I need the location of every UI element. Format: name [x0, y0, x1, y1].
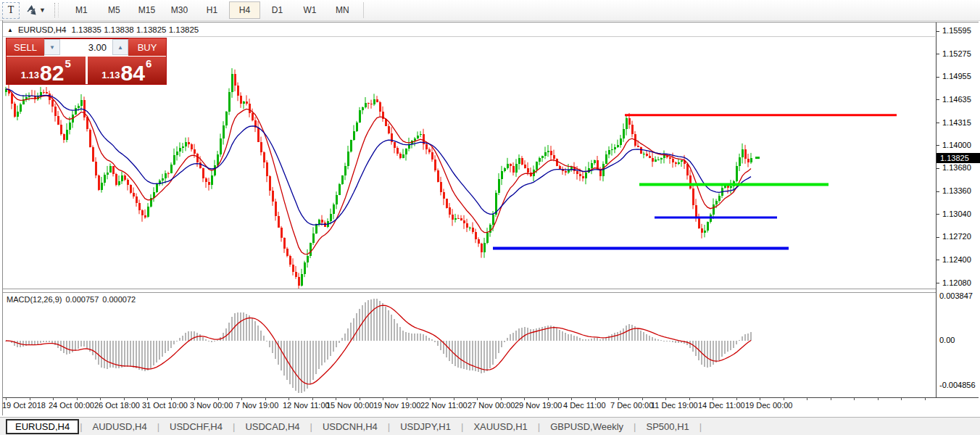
chart-title: ▲ EURUSD,H4 1.13835 1.13838 1.13825 1.13… — [7, 25, 199, 34]
buy-price-pip: 6 — [146, 57, 151, 70]
price-tick — [937, 168, 939, 169]
time-axis-label: 7 Nov 19:00 — [236, 401, 278, 410]
buy-button[interactable]: BUY — [128, 38, 166, 56]
chart-tab-gbpusd[interactable]: GBPUSD,Weekly — [541, 420, 633, 434]
time-tick — [194, 398, 195, 400]
time-tick — [53, 398, 54, 400]
macd-indicator-canvas[interactable] — [3, 293, 936, 397]
time-tick — [100, 398, 101, 400]
chart-tab-audusd[interactable]: AUDUSD,H4 — [83, 420, 157, 434]
time-axis[interactable]: 19 Oct 201824 Oct 00:0026 Oct 18:0031 Oc… — [0, 401, 980, 414]
pane-splitter-top[interactable] — [3, 289, 936, 289]
chart-tab-sp500[interactable]: SP500,H1 — [636, 420, 698, 434]
time-tick — [6, 398, 7, 400]
macd-name: MACD(12,26,9) — [7, 295, 62, 304]
timeframe-button-d1[interactable]: D1 — [262, 1, 293, 19]
time-axis-label: 14 Dec 11:00 — [698, 401, 745, 410]
sell-price-big: 82 — [40, 64, 64, 83]
volume-increase-button[interactable]: ▲ — [112, 39, 128, 55]
volume-stepper: ▼ 3.00 ▲ — [44, 38, 128, 56]
time-axis-label: 19 Nov 19:00 — [373, 401, 420, 410]
time-axis-label: 3 Nov 00:00 — [190, 401, 233, 410]
time-tick — [831, 398, 831, 400]
time-tick — [548, 398, 549, 400]
collapse-icon[interactable]: ▲ — [7, 27, 13, 33]
timeframe-button-m30[interactable]: M30 — [164, 1, 195, 19]
timeframe-button-h4[interactable]: H4 — [229, 1, 260, 19]
time-axis-label: 22 Nov 11:00 — [420, 401, 468, 410]
top-toolbar: T ▼ M1M5M15M30H1H4D1W1MN — [0, 0, 980, 21]
price-axis-border — [936, 22, 937, 397]
price-axis-label: 1.13360 — [942, 186, 971, 195]
sell-button[interactable]: SELL — [7, 38, 44, 56]
price-axis-label: 1.13040 — [942, 210, 971, 218]
timeframe-button-m5[interactable]: M5 — [99, 1, 130, 19]
price-axis-label: 1.15595 — [942, 26, 971, 35]
price-axis-label: 1.14315 — [942, 118, 971, 127]
time-tick — [360, 398, 360, 400]
timeframe-button-m15[interactable]: M15 — [131, 1, 162, 19]
time-tick — [571, 398, 572, 400]
chart-tab-xauusd[interactable]: XAUUSD,H1 — [464, 420, 536, 434]
chart-tab-eurusd[interactable]: EURUSD,H4 — [6, 419, 79, 434]
chart-tab-usdcnh[interactable]: USDCNH,H4 — [313, 420, 387, 434]
time-axis-label: 12 Nov 11:00 — [283, 401, 330, 410]
chart-tab-usdjpy[interactable]: USDJPY,H1 — [391, 420, 460, 434]
time-tick — [689, 398, 690, 400]
time-tick — [618, 398, 619, 400]
time-tick — [218, 398, 219, 400]
sell-price-box[interactable]: 1.13 82 5 — [7, 57, 86, 84]
time-tick — [430, 398, 431, 400]
tab-separator: | — [699, 421, 702, 432]
price-axis-label: 1.12080 — [942, 278, 971, 287]
macd-value-1: 0.000757 — [65, 295, 99, 304]
price-axis-label: 1.13680 — [942, 163, 971, 172]
volume-decrease-button[interactable]: ▼ — [44, 39, 60, 55]
time-axis-label: 24 Oct 00:00 — [49, 401, 94, 410]
text-tool-button[interactable]: T — [2, 2, 20, 19]
price-tick — [937, 54, 939, 54]
timeframe-button-w1[interactable]: W1 — [294, 1, 325, 19]
time-tick — [312, 398, 313, 400]
arrows-icon — [25, 4, 37, 16]
price-tick — [937, 237, 939, 238]
chart-ohlc-values: 1.13835 1.13838 1.13825 1.13825 — [71, 25, 199, 34]
volume-input[interactable]: 3.00 — [60, 39, 112, 55]
chart-tab-usdchf[interactable]: USDCHF,H4 — [160, 420, 232, 434]
price-tick — [937, 283, 939, 283]
price-axis-label: 1.14635 — [942, 95, 971, 104]
chart-tab-usdcad[interactable]: USDCAD,H4 — [236, 420, 309, 434]
buy-price-prefix: 1.13 — [101, 70, 120, 80]
time-tick — [807, 398, 807, 400]
time-tick — [336, 398, 336, 400]
current-price-tag: 1.13825 — [937, 153, 980, 163]
arrows-tool-button[interactable]: ▼ — [25, 4, 46, 16]
price-axis-label: 1.14000 — [942, 141, 971, 149]
timeframe-button-m1[interactable]: M1 — [66, 1, 97, 19]
chevron-down-icon[interactable]: ▼ — [39, 7, 46, 14]
time-tick — [124, 398, 125, 400]
timeframe-button-mn[interactable]: MN — [327, 1, 358, 19]
price-tick — [937, 31, 939, 32]
sell-price-pip: 5 — [65, 57, 70, 70]
toolbar-separator — [363, 2, 364, 18]
time-axis-label: 15 Nov 00:00 — [326, 401, 373, 410]
time-axis-label: 27 Nov 00:00 — [468, 401, 515, 410]
price-axis-label: 1.12400 — [942, 255, 971, 264]
time-tick — [407, 398, 407, 400]
buy-price-box[interactable]: 1.13 84 6 — [88, 57, 167, 84]
price-tick — [937, 191, 939, 192]
price-axis-label: 1.14955 — [942, 72, 971, 80]
toolbar-grip[interactable] — [54, 3, 59, 17]
time-tick — [147, 398, 148, 400]
price-tick — [937, 123, 939, 123]
window-top-border — [2, 22, 979, 22]
time-tick — [736, 398, 737, 400]
timeframe-button-h1[interactable]: H1 — [196, 1, 228, 19]
price-tick — [937, 99, 939, 100]
time-axis-label: 7 Dec 00:00 — [610, 401, 653, 410]
macd-label: MACD(12,26,9) 0.000757 0.000072 — [7, 295, 136, 304]
time-axis-label: 4 Dec 11:00 — [563, 401, 606, 410]
time-tick — [665, 398, 666, 400]
time-tick — [854, 398, 855, 400]
